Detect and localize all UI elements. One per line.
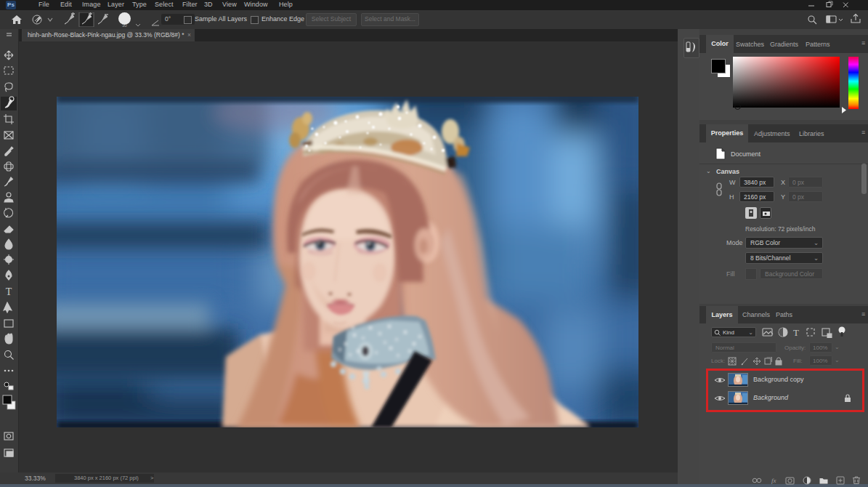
svg-text:T: T [793, 327, 799, 338]
svg-text:T: T [6, 286, 12, 297]
svg-text:fx: fx [771, 477, 776, 484]
